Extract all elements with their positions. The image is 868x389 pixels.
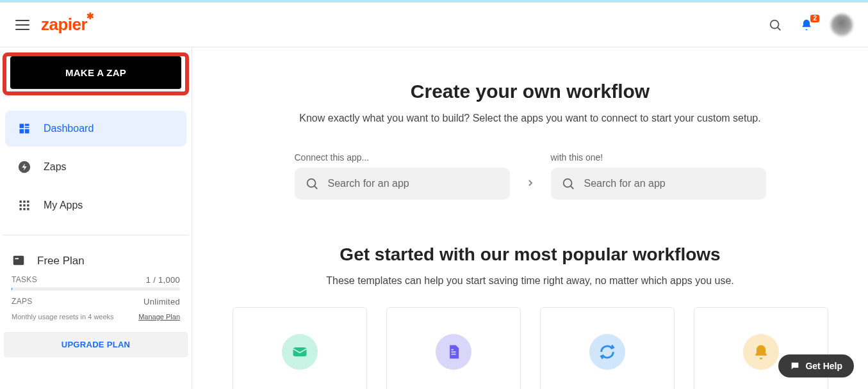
workflow-card-email[interactable] xyxy=(233,307,367,389)
tasks-label: TASKS xyxy=(12,275,37,285)
usage-reset-text: Monthly usage resets in 4 weeks xyxy=(12,313,114,321)
svg-rect-10 xyxy=(27,201,29,203)
notification-badge: 2 xyxy=(810,15,819,22)
svg-rect-3 xyxy=(25,124,29,126)
svg-rect-5 xyxy=(20,129,24,134)
sidebar-item-label: Zaps xyxy=(44,161,67,173)
tasks-value: 1 / 1,000 xyxy=(146,275,180,285)
zaps-value: Unlimited xyxy=(143,297,180,306)
sidebar-item-zaps[interactable]: Zaps xyxy=(5,149,186,185)
svg-rect-2 xyxy=(20,124,24,129)
sidebar-item-dashboard[interactable]: Dashboard xyxy=(5,111,186,147)
divider xyxy=(3,235,189,235)
get-help-label: Get Help xyxy=(805,361,842,371)
plan-name: Free Plan xyxy=(37,255,85,267)
manage-plan-link[interactable]: Manage Plan xyxy=(138,313,180,321)
search-icon xyxy=(305,177,319,191)
make-zap-button[interactable]: MAKE A ZAP xyxy=(10,56,181,89)
svg-line-20 xyxy=(314,186,317,189)
zaps-label: ZAPS xyxy=(12,297,33,306)
popular-title: Get started with our most popular workfl… xyxy=(218,244,842,265)
svg-rect-18 xyxy=(15,258,19,259)
avatar[interactable] xyxy=(831,14,853,36)
apps-grid-icon xyxy=(17,198,32,213)
plan-icon xyxy=(12,253,27,269)
main-content: Create your own workflow Know exactly wh… xyxy=(192,47,868,389)
connect-app-search-2[interactable] xyxy=(551,168,766,200)
svg-point-21 xyxy=(563,179,571,187)
logo-text: zapier xyxy=(41,15,87,34)
make-zap-label: MAKE A ZAP xyxy=(65,67,126,78)
sidebar-item-label: Dashboard xyxy=(44,123,94,134)
notifications-button[interactable]: 2 xyxy=(800,19,813,31)
make-zap-highlight: MAKE A ZAP xyxy=(3,52,189,95)
hero-title: Create your own workflow xyxy=(218,81,842,102)
svg-rect-15 xyxy=(23,208,25,210)
search-input-1[interactable] xyxy=(328,178,500,189)
search-icon xyxy=(561,177,575,191)
connect-apps-row: Connect this app... with this one! xyxy=(218,152,842,200)
document-icon xyxy=(436,334,471,370)
connect-label-1: Connect this app... xyxy=(295,152,510,163)
chat-icon xyxy=(790,361,800,371)
svg-rect-14 xyxy=(20,208,22,210)
svg-rect-11 xyxy=(20,204,22,206)
sidebar: MAKE A ZAP Dashboard Zaps My xyxy=(0,47,192,389)
svg-rect-9 xyxy=(23,201,25,203)
logo-asterisk-icon: ✱ xyxy=(86,11,94,21)
search-input-2[interactable] xyxy=(584,178,756,189)
hero-subtitle: Know exactly what you want to build? Sel… xyxy=(218,113,842,124)
menu-icon[interactable] xyxy=(15,20,29,30)
svg-rect-23 xyxy=(293,347,306,356)
svg-point-0 xyxy=(771,20,779,28)
tasks-progress xyxy=(12,287,180,290)
sidebar-item-label: My Apps xyxy=(44,200,83,211)
sync-icon xyxy=(589,334,625,370)
plan-block: Free Plan TASKS 1 / 1,000 ZAPS Unlimited… xyxy=(3,242,189,332)
bell-icon xyxy=(743,334,779,370)
svg-rect-8 xyxy=(20,201,22,203)
workflow-cards xyxy=(218,307,842,389)
svg-rect-17 xyxy=(13,256,24,266)
chevron-right-icon xyxy=(525,164,536,188)
svg-point-19 xyxy=(307,179,315,187)
mail-icon xyxy=(282,334,318,370)
popular-subtitle: These templates can help you start savin… xyxy=(218,275,842,287)
svg-line-22 xyxy=(570,186,573,189)
dashboard-icon xyxy=(17,121,32,136)
svg-rect-4 xyxy=(25,127,29,129)
connect-label-2: with this one! xyxy=(551,152,766,163)
search-icon[interactable] xyxy=(768,18,782,32)
svg-rect-13 xyxy=(27,204,29,206)
upgrade-plan-button[interactable]: UPGRADE PLAN xyxy=(4,332,188,357)
get-help-button[interactable]: Get Help xyxy=(778,354,854,377)
logo[interactable]: zapier ✱ xyxy=(41,15,87,35)
svg-rect-12 xyxy=(23,204,25,206)
workflow-card-sync[interactable] xyxy=(540,307,675,389)
upgrade-label: UPGRADE PLAN xyxy=(61,340,131,349)
svg-rect-16 xyxy=(27,208,29,210)
sidebar-item-myapps[interactable]: My Apps xyxy=(5,187,186,223)
workflow-card-doc[interactable] xyxy=(386,307,521,389)
connect-app-search-1[interactable] xyxy=(295,168,510,200)
zap-icon xyxy=(17,159,32,175)
svg-line-1 xyxy=(778,27,781,30)
svg-rect-6 xyxy=(25,129,29,134)
header: zapier ✱ 2 xyxy=(0,3,868,47)
